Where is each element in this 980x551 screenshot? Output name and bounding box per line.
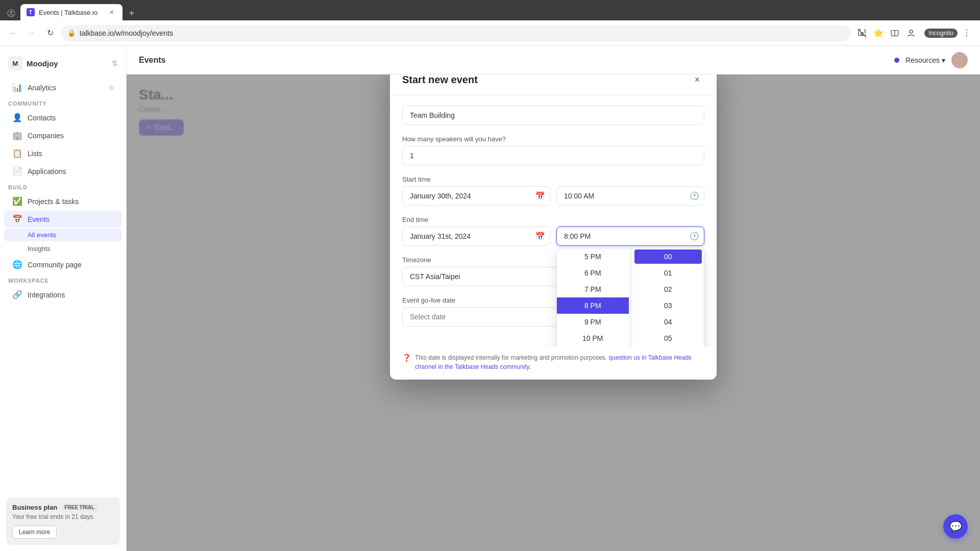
address-bar[interactable]: 🔒 talkbase.io/w/moodjoy/events <box>61 25 851 41</box>
resources-button[interactable]: Resources ▾ <box>905 56 945 64</box>
workspace-section-label: WORKSPACE <box>0 273 126 286</box>
sidebar-expand-icon[interactable]: ⇅ <box>112 59 118 67</box>
note-text: This date is displayed internally for ma… <box>415 353 704 371</box>
start-date-input[interactable] <box>402 186 550 206</box>
reload-button[interactable]: ↻ <box>43 26 57 40</box>
content-area: Sta... Create... + Crea... Start new eve… <box>127 74 980 551</box>
modal-footer-note: ❓ This date is displayed internally for … <box>390 347 717 380</box>
sidebar-sub-label-all-events: All events <box>28 231 56 239</box>
sidebar-label-events: Events <box>28 215 50 223</box>
sidebar-label-community-page: Community page <box>28 261 82 269</box>
chat-bubble-icon: 💬 <box>949 520 962 533</box>
sidebar-item-community-page[interactable]: 🌐 Community page <box>4 256 122 273</box>
minute-00[interactable]: 00 <box>634 249 702 264</box>
sidebar-item-events[interactable]: 📅 Events <box>4 211 122 228</box>
sidebar-label-applications: Applications <box>28 167 66 176</box>
split-view-icon[interactable] <box>888 26 902 40</box>
time-dropdown: 5 PM 6 PM 7 PM 8 PM 9 PM 10 PM 11 PM <box>556 248 704 347</box>
start-time-wrap: 🕐 <box>556 186 704 206</box>
bp-learn-more-button[interactable]: Learn more <box>12 525 57 539</box>
more-options-icon[interactable]: ⋮ <box>960 26 974 40</box>
speakers-label: How many speakers will you have? <box>402 135 704 143</box>
sidebar-label-projects: Projects & tasks <box>28 197 79 206</box>
new-tab-button[interactable]: + <box>125 6 139 20</box>
analytics-icon: 📊 <box>12 83 22 92</box>
svg-point-1 <box>10 11 13 14</box>
active-tab[interactable]: T Events | Talkbase.io × <box>20 4 122 20</box>
modal-close-button[interactable]: × <box>690 74 704 87</box>
page-title: Events <box>139 56 894 65</box>
back-button[interactable]: ← <box>6 26 20 40</box>
bp-title: Business plan <box>12 504 57 511</box>
applications-icon: 📄 <box>12 166 22 176</box>
sidebar-logo: M <box>8 56 22 70</box>
start-time-field: Start time 📅 🕐 <box>402 176 704 206</box>
community-section-label: COMMUNity <box>0 96 126 109</box>
sidebar-label-lists: Lists <box>28 149 42 158</box>
companies-icon: 🏢 <box>12 131 22 140</box>
bp-title-row: Business plan FREE TRIAL <box>12 504 114 511</box>
end-calendar-icon: 📅 <box>535 232 545 241</box>
sidebar-sub-item-all-events[interactable]: All events <box>4 229 122 241</box>
speakers-input[interactable] <box>402 146 704 165</box>
end-time-input[interactable] <box>556 227 704 246</box>
sidebar-item-contacts[interactable]: 👤 Contacts <box>4 109 122 126</box>
star-icon[interactable]: ⭐ <box>871 26 886 40</box>
hour-7pm[interactable]: 7 PM <box>557 281 629 297</box>
event-name-input[interactable] <box>402 106 704 125</box>
resources-label: Resources <box>905 56 940 64</box>
sidebar-item-analytics[interactable]: 📊 Analytics ⊙ <box>4 79 122 96</box>
tab-favicon: T <box>27 8 35 16</box>
modal-header: Start new event × <box>390 74 717 95</box>
minute-05[interactable]: 05 <box>632 330 704 346</box>
contacts-icon: 👤 <box>12 113 22 122</box>
start-date-time-row: 📅 🕐 <box>402 186 704 206</box>
profile-icon[interactable] <box>4 6 18 20</box>
profile-menu-icon[interactable] <box>904 26 918 40</box>
modal-body: How many speakers will you have? Start t… <box>390 95 717 347</box>
hour-6pm[interactable]: 6 PM <box>557 265 629 281</box>
chat-bubble-button[interactable]: 💬 <box>943 514 968 539</box>
incognito-badge: Incognito <box>924 29 958 38</box>
hours-column: 5 PM 6 PM 7 PM 8 PM 9 PM 10 PM 11 PM <box>557 248 629 347</box>
forward-button[interactable]: → <box>24 26 39 40</box>
main-content: Events Resources ▾ Sta... Create... <box>127 46 980 551</box>
sidebar-brand-header[interactable]: M Moodjoy ⇅ <box>0 52 126 74</box>
analytics-badge: ⊙ <box>109 84 114 91</box>
lock-icon: 🔒 <box>67 29 76 37</box>
user-avatar[interactable] <box>951 52 968 68</box>
hour-11pm[interactable]: 11 PM <box>557 346 629 347</box>
end-time-input-wrap: 🕐 <box>556 227 704 246</box>
clock-icon: 🕐 <box>690 191 699 201</box>
sidebar-item-applications[interactable]: 📄 Applications <box>4 163 122 180</box>
sidebar-label-analytics: Analytics <box>28 84 56 92</box>
sidebar-item-companies[interactable]: 🏢 Companies <box>4 127 122 144</box>
speakers-field: How many speakers will you have? <box>402 135 704 165</box>
sidebar-item-projects[interactable]: ✅ Projects & tasks <box>4 193 122 210</box>
sidebar-item-integrations[interactable]: 🔗 Integrations <box>4 286 122 303</box>
note-icon: ❓ <box>402 354 411 362</box>
hour-9pm[interactable]: 9 PM <box>557 314 629 330</box>
minute-02[interactable]: 02 <box>632 281 704 297</box>
sidebar-sub-item-insights[interactable]: Insights <box>4 242 122 255</box>
minute-01[interactable]: 01 <box>632 265 704 281</box>
sidebar-item-lists[interactable]: 📋 Lists <box>4 145 122 162</box>
camera-off-icon[interactable] <box>855 26 869 40</box>
modal-overlay: Start new event × How many speakers will… <box>127 74 980 551</box>
start-time-input[interactable] <box>556 186 704 206</box>
hour-10pm[interactable]: 10 PM <box>557 330 629 346</box>
hour-8pm[interactable]: 8 PM <box>557 297 629 314</box>
free-trial-badge: FREE TRIAL <box>61 504 97 511</box>
calendar-icon: 📅 <box>535 191 545 201</box>
business-plan-banner: Business plan FREE TRIAL Your free trial… <box>6 497 120 545</box>
minute-03[interactable]: 03 <box>632 297 704 314</box>
end-clock-icon: 🕐 <box>690 232 699 241</box>
hour-5pm[interactable]: 5 PM <box>557 248 629 265</box>
end-date-time-row: 📅 🕐 <box>402 227 704 246</box>
community-page-icon: 🌐 <box>12 260 22 269</box>
sidebar-label-companies: Companies <box>28 132 64 140</box>
tab-close-button[interactable]: × <box>107 8 116 17</box>
sidebar-brand-name: Moodjoy <box>27 59 108 68</box>
minute-04[interactable]: 04 <box>632 314 704 330</box>
end-date-input[interactable] <box>402 227 550 246</box>
